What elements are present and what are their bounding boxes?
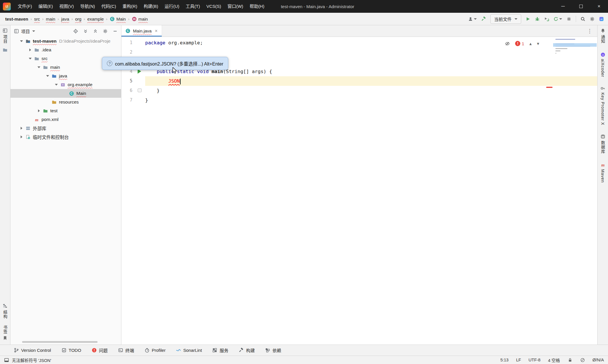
tool-button-profiler[interactable]: Profiler bbox=[145, 348, 166, 353]
tree-row[interactable]: org.example bbox=[10, 80, 121, 89]
menu-item[interactable]: 编辑(E) bbox=[35, 0, 56, 13]
run-configuration-select[interactable]: 当前文件 bbox=[490, 14, 521, 24]
tab-main-java[interactable]: C Main.java × bbox=[121, 25, 162, 37]
tool-button-terminal[interactable]: 终端 bbox=[118, 347, 134, 353]
code-line[interactable]: 5 JSON bbox=[121, 76, 597, 86]
tool-button-aixcoder[interactable]: aaiXcoder bbox=[600, 52, 605, 77]
tool-button-build[interactable]: 构建 bbox=[239, 347, 255, 353]
tree-row[interactable]: .idea bbox=[10, 46, 121, 54]
tree-row[interactable]: mpom.xml bbox=[10, 115, 121, 124]
tool-button-bookmarks[interactable]: 书签 bbox=[2, 325, 8, 341]
indent-setting[interactable]: 4 空格 bbox=[548, 357, 560, 363]
menu-item[interactable]: 窗口(W) bbox=[224, 0, 246, 13]
ai-assistant-button[interactable]: AI bbox=[599, 17, 604, 21]
file-encoding[interactable]: UTF-8 bbox=[528, 358, 540, 362]
menu-item[interactable]: 重构(R) bbox=[119, 0, 141, 13]
tool-button-folder[interactable] bbox=[3, 48, 8, 52]
user-account-button[interactable] bbox=[468, 17, 477, 21]
tool-button-services[interactable]: 服务 bbox=[212, 347, 228, 353]
select-opened-file-icon[interactable] bbox=[73, 29, 78, 34]
tool-button-key[interactable]: Key Promoter X bbox=[600, 86, 605, 125]
tree-row[interactable]: java bbox=[10, 72, 121, 80]
tree-row[interactable]: resources bbox=[10, 98, 121, 106]
search-everywhere-button[interactable] bbox=[580, 17, 585, 21]
close-tab-icon[interactable]: × bbox=[155, 28, 157, 34]
tool-button-bell[interactable]: 通知 bbox=[600, 28, 606, 44]
tree-chevron-icon[interactable] bbox=[27, 58, 34, 59]
minimize-button[interactable]: ─ bbox=[554, 0, 572, 13]
inspection-highlights-icon[interactable] bbox=[505, 41, 510, 46]
tree-row[interactable]: test-mavenD:\IdeaProjects\IdeaProje bbox=[10, 37, 121, 46]
hide-panel-icon[interactable] bbox=[113, 29, 118, 34]
breadcrumb-item[interactable]: example bbox=[86, 16, 105, 22]
rerun-button[interactable] bbox=[553, 17, 562, 21]
tree-chevron-icon[interactable] bbox=[18, 135, 25, 138]
caret-position[interactable]: 5:13 bbox=[500, 358, 508, 362]
menu-item[interactable]: 构建(B) bbox=[141, 0, 161, 13]
tool-button-problems[interactable]: 问题 bbox=[92, 347, 108, 353]
tool-button-maven[interactable]: mMaven bbox=[600, 162, 605, 183]
menu-item[interactable]: 文件(F) bbox=[15, 0, 35, 13]
tree-chevron-icon[interactable] bbox=[18, 40, 25, 42]
menu-item[interactable]: 帮助(H) bbox=[247, 0, 268, 13]
breadcrumb-item[interactable]: java bbox=[60, 16, 71, 22]
debug-button[interactable] bbox=[535, 17, 540, 21]
menu-item[interactable]: 视图(V) bbox=[56, 0, 77, 13]
tool-button-database[interactable]: 数据库 bbox=[600, 134, 606, 154]
code-line[interactable]: 6 } bbox=[121, 86, 597, 95]
maximize-button[interactable] bbox=[572, 0, 590, 13]
tree-row[interactable]: 临时文件和控制台 bbox=[10, 133, 121, 141]
menu-item[interactable]: 运行(U) bbox=[161, 0, 183, 13]
line-separator[interactable]: LF bbox=[516, 358, 521, 362]
tree-row[interactable]: test bbox=[10, 106, 121, 115]
tree-row[interactable]: 外部库 bbox=[10, 124, 121, 133]
breadcrumb-item[interactable]: CMain bbox=[109, 16, 127, 22]
code-minimap[interactable] bbox=[553, 37, 597, 94]
breadcrumb-item[interactable]: main bbox=[45, 16, 57, 22]
horizontal-scrollbar[interactable] bbox=[22, 341, 98, 343]
expand-all-icon[interactable] bbox=[83, 29, 88, 34]
close-button[interactable]: × bbox=[590, 0, 608, 13]
profiler-run-button[interactable] bbox=[544, 17, 549, 21]
tool-button-todo[interactable]: TODO bbox=[62, 348, 81, 353]
tool-button-deps[interactable]: 依赖 bbox=[265, 347, 281, 353]
minimap-viewport[interactable] bbox=[553, 43, 597, 47]
code-line[interactable]: 7} bbox=[121, 95, 597, 105]
lock-icon[interactable] bbox=[568, 358, 573, 363]
tree-chevron-icon[interactable] bbox=[53, 84, 60, 86]
run-button[interactable] bbox=[526, 17, 530, 21]
toolwindow-toggle-icon[interactable] bbox=[4, 358, 9, 363]
menu-item[interactable]: VCS(S) bbox=[203, 0, 224, 13]
menu-item[interactable]: 工具(T) bbox=[182, 0, 203, 13]
panel-options-gear-icon[interactable] bbox=[103, 29, 108, 34]
intention-tooltip[interactable]: ? com.alibaba.fastjson2.JSON? (多重选择...) … bbox=[102, 57, 228, 70]
previous-error-icon[interactable]: ▲ bbox=[529, 41, 532, 46]
editor-options-icon[interactable]: ⋮ bbox=[582, 28, 597, 34]
tree-chevron-icon[interactable] bbox=[35, 66, 42, 68]
tree-chevron-icon[interactable] bbox=[35, 109, 42, 112]
project-panel-title[interactable]: 项目 bbox=[14, 28, 35, 34]
collapse-all-icon[interactable] bbox=[93, 29, 98, 34]
code-line[interactable]: 2 bbox=[121, 48, 597, 57]
breadcrumb-item[interactable]: src bbox=[33, 16, 41, 22]
code-editor[interactable]: ! 1 ▲ ▼ 1package org.example;23public cl… bbox=[121, 37, 597, 345]
next-error-icon[interactable]: ▼ bbox=[537, 41, 539, 46]
tree-row[interactable]: CMain bbox=[10, 89, 121, 98]
breadcrumb-item[interactable]: org bbox=[74, 16, 83, 22]
error-stripe-mark[interactable] bbox=[546, 87, 553, 88]
settings-gear-button[interactable] bbox=[590, 17, 595, 21]
stop-button[interactable] bbox=[566, 17, 571, 21]
tool-button-structure[interactable]: 结构 bbox=[2, 303, 8, 319]
tool-button-branch[interactable]: Version Control bbox=[14, 348, 51, 353]
menu-item[interactable]: 导航(N) bbox=[77, 0, 98, 13]
breadcrumb-item[interactable]: mmain bbox=[131, 16, 149, 22]
error-count-badge[interactable]: ! 1 bbox=[515, 41, 524, 46]
tree-chevron-icon[interactable] bbox=[27, 48, 34, 51]
tool-button-project[interactable]: 项目 bbox=[2, 28, 8, 44]
memory-indicator-icon[interactable] bbox=[580, 358, 585, 363]
tree-chevron-icon[interactable] bbox=[18, 127, 25, 130]
build-hammer-button[interactable] bbox=[481, 17, 486, 21]
tool-button-sonarlint[interactable]: SonarLint bbox=[176, 348, 202, 353]
tree-chevron-icon[interactable] bbox=[44, 75, 51, 77]
menu-item[interactable]: 代码(C) bbox=[98, 0, 119, 13]
